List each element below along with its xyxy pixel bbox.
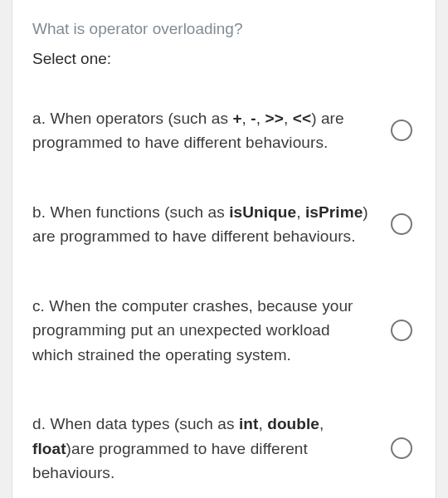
select-one-prompt: Select one: [32, 50, 416, 91]
option-a-row[interactable]: a. When operators (such as +, -, >>, <<)… [32, 91, 416, 185]
question-text: What is operator overloading? [32, 0, 416, 50]
option-d-text: d. When data types (such as int, double,… [32, 412, 374, 485]
option-b-text: b. When functions (such as isUnique, isP… [32, 200, 374, 249]
option-d-radio[interactable] [391, 437, 412, 459]
option-a-text: a. When operators (such as +, -, >>, <<)… [32, 106, 374, 155]
option-c-row[interactable]: c. When the computer crashes, because yo… [32, 279, 416, 397]
question-card: What is operator overloading? Select one… [12, 0, 436, 498]
option-d-row[interactable]: d. When data types (such as int, double,… [32, 397, 416, 498]
option-b-radio[interactable] [391, 213, 412, 235]
option-b-row[interactable]: b. When functions (such as isUnique, isP… [32, 185, 416, 279]
option-a-radio[interactable] [391, 120, 412, 141]
option-c-text: c. When the computer crashes, because yo… [32, 294, 374, 367]
option-c-radio[interactable] [391, 320, 412, 341]
